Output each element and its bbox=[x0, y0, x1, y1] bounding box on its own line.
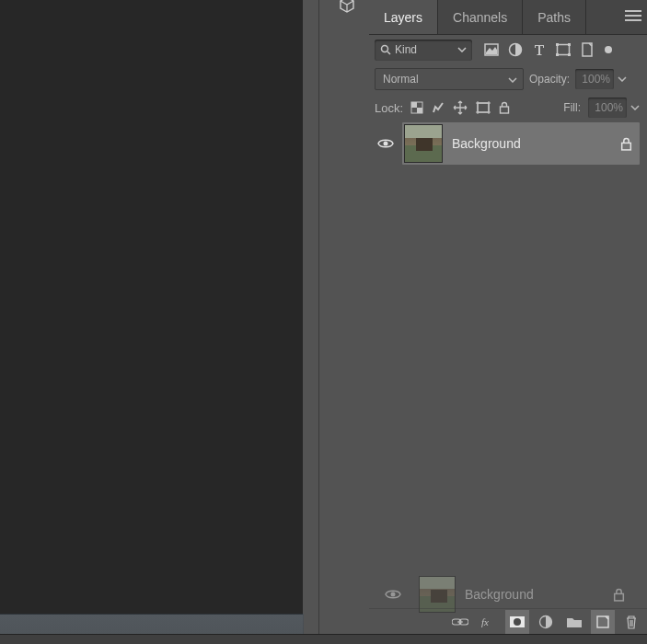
fill-label: Fill: bbox=[563, 101, 581, 114]
blend-mode-value: Normal bbox=[383, 73, 419, 86]
filter-type-icons bbox=[483, 42, 612, 58]
filter-toggle-switch[interactable] bbox=[605, 46, 612, 53]
layer-style-icon[interactable]: fx bbox=[477, 610, 501, 634]
layer-lock-icon bbox=[613, 588, 625, 602]
document-canvas-area[interactable] bbox=[0, 0, 303, 615]
filter-smartobject-icon[interactable] bbox=[579, 42, 595, 58]
svg-point-22 bbox=[384, 142, 388, 146]
adjustment-layer-icon[interactable] bbox=[534, 610, 558, 634]
layers-panel: Layers Channels Paths Kind bbox=[369, 0, 647, 644]
svg-rect-11 bbox=[568, 53, 571, 56]
layer-name[interactable]: Background bbox=[452, 136, 521, 151]
blend-mode-select[interactable]: Normal bbox=[375, 68, 524, 90]
collapsed-toolstrip bbox=[303, 0, 369, 644]
tab-layers[interactable]: Layers bbox=[369, 0, 438, 34]
filter-shape-icon[interactable] bbox=[555, 42, 571, 58]
filter-kind-select[interactable]: Kind bbox=[375, 40, 472, 61]
lock-artboard-icon[interactable] bbox=[476, 101, 491, 114]
visibility-toggle-icon bbox=[385, 589, 401, 600]
panel-menu-icon[interactable] bbox=[625, 9, 641, 22]
layer-name: Background bbox=[465, 587, 534, 602]
svg-point-3 bbox=[382, 46, 388, 52]
layers-bottom-toolbar: fx bbox=[369, 608, 647, 634]
svg-rect-16 bbox=[478, 103, 489, 112]
lock-label: Lock: bbox=[375, 101, 403, 115]
svg-rect-14 bbox=[411, 102, 417, 108]
svg-rect-25 bbox=[615, 593, 624, 601]
opacity-label: Opacity: bbox=[529, 73, 570, 86]
delete-layer-icon[interactable] bbox=[619, 610, 643, 634]
layer-thumbnail[interactable] bbox=[404, 124, 443, 163]
blend-mode-row: Normal Opacity: 100% bbox=[369, 64, 647, 94]
layer-filter-row: Kind bbox=[369, 35, 647, 64]
layer-row[interactable]: Background bbox=[369, 121, 647, 166]
svg-rect-9 bbox=[568, 43, 571, 46]
panel-tabs: Layers Channels Paths bbox=[369, 0, 647, 35]
fill-stepper[interactable] bbox=[629, 98, 641, 118]
chevron-down-icon bbox=[508, 77, 517, 83]
svg-rect-1 bbox=[625, 15, 641, 17]
svg-rect-0 bbox=[625, 10, 641, 12]
layers-list[interactable]: Background bbox=[369, 121, 647, 166]
status-bar bbox=[0, 634, 647, 644]
link-layers-icon[interactable] bbox=[448, 610, 472, 634]
artboard-tool-icon[interactable] bbox=[340, 0, 354, 13]
svg-rect-21 bbox=[501, 107, 509, 113]
svg-rect-10 bbox=[556, 53, 559, 56]
svg-rect-7 bbox=[557, 45, 569, 55]
tab-channels[interactable]: Channels bbox=[438, 0, 523, 34]
lock-transparency-icon[interactable] bbox=[410, 101, 423, 114]
tab-paths[interactable]: Paths bbox=[523, 0, 586, 34]
search-icon bbox=[380, 44, 391, 55]
svg-rect-8 bbox=[556, 43, 559, 46]
layer-lock-icon[interactable] bbox=[620, 137, 632, 151]
opacity-input[interactable]: 100% bbox=[575, 69, 614, 89]
chevron-down-icon bbox=[457, 47, 467, 52]
filter-type-text-icon[interactable] bbox=[531, 42, 547, 58]
layer-mask-icon[interactable] bbox=[505, 610, 529, 634]
svg-rect-2 bbox=[625, 19, 641, 21]
filter-kind-label: Kind bbox=[395, 43, 417, 56]
svg-text:fx: fx bbox=[481, 616, 489, 627]
fill-input[interactable]: 100% bbox=[588, 98, 627, 118]
svg-line-4 bbox=[387, 52, 390, 54]
visibility-toggle-icon[interactable] bbox=[377, 138, 394, 149]
layer-thumbnail bbox=[419, 576, 456, 613]
svg-point-28 bbox=[514, 618, 521, 626]
svg-rect-23 bbox=[622, 143, 631, 150]
filter-adjustment-icon[interactable] bbox=[507, 42, 523, 58]
lock-position-icon[interactable] bbox=[453, 100, 468, 115]
svg-point-24 bbox=[391, 592, 396, 597]
lock-row: Lock: Fill: 100% bbox=[369, 94, 647, 121]
opacity-stepper[interactable] bbox=[616, 69, 629, 89]
lock-pixels-icon[interactable] bbox=[432, 101, 445, 114]
new-layer-icon[interactable] bbox=[591, 610, 615, 634]
filter-pixel-icon[interactable] bbox=[483, 42, 499, 58]
svg-rect-15 bbox=[417, 108, 422, 113]
lock-all-icon[interactable] bbox=[499, 101, 510, 114]
group-layers-icon[interactable] bbox=[562, 610, 586, 634]
